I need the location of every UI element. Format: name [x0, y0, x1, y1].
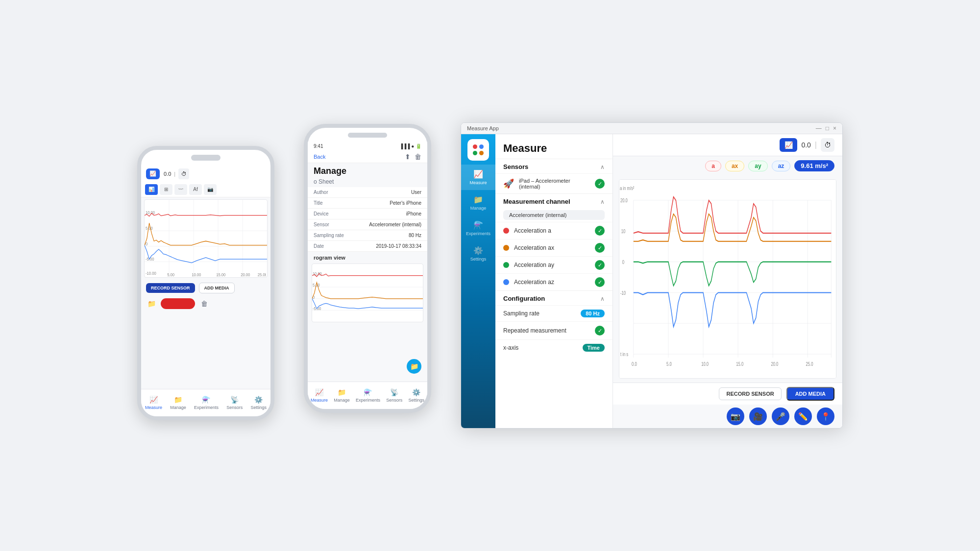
nav-settings-label: Settings — [250, 405, 267, 410]
info-label-author: Author — [314, 190, 328, 195]
config-row-xaxis: x-axis Time — [495, 339, 612, 356]
back-link[interactable]: Back — [314, 154, 325, 160]
window-controls: — □ × — [816, 125, 836, 132]
trash2-icon[interactable]: 🗑 — [415, 153, 421, 161]
ctrl-btn-camera[interactable]: 📷 — [204, 184, 217, 195]
info-row-title: Title Peter's iPhone — [308, 198, 427, 209]
logo-dot-green — [473, 151, 477, 155]
info-label-title: Title — [314, 200, 323, 206]
sidebar-item-measure[interactable]: 📈 Measure — [461, 165, 495, 190]
tab-ax[interactable]: ax — [725, 161, 744, 171]
svg-text:15.0: 15.0 — [736, 360, 743, 367]
nav-manage-label: Manage — [170, 405, 186, 410]
phone-mid-time: 9:41 — [314, 144, 323, 149]
sidebar-settings-label: Settings — [470, 257, 487, 262]
channel-check-a: ✓ — [595, 226, 605, 236]
svg-text:20.0: 20.0 — [620, 197, 628, 204]
mid-nav-sensors[interactable]: 📡 Sensors — [386, 388, 402, 403]
tab-a[interactable]: a — [705, 161, 721, 171]
sidebar-item-manage[interactable]: 📁 Manage — [461, 190, 495, 216]
nav-sensors[interactable]: 📡 Sensors — [226, 395, 243, 410]
svg-text:0.0: 0.0 — [632, 360, 637, 367]
nav-settings[interactable]: ⚙️ Settings — [250, 395, 267, 410]
desktop-record-sensor-btn[interactable]: RECORD SENSOR — [719, 387, 781, 400]
video-btn[interactable]: 🎥 — [749, 407, 767, 425]
sensors-chevron-icon: ∧ — [600, 164, 605, 170]
mid-nav-manage-label: Manage — [334, 398, 350, 403]
record-oval[interactable] — [161, 298, 195, 309]
record-sensor-btn[interactable]: RECORD SENSOR — [146, 283, 195, 293]
phone-mid-nav: 📈 Measure 📁 Manage ⚗️ Experiments 📡 Sens… — [308, 382, 427, 409]
desktop-chart: 20.0 10 0 -10 t in s 0.0 5.0 10.0 15.0 2… — [619, 179, 836, 379]
channel-tag: Accelerometer (internal) — [503, 210, 605, 220]
ctrl-btn-line[interactable]: 〰 — [174, 184, 187, 195]
maximize-btn[interactable]: □ — [826, 125, 829, 132]
config-badge-sampling: 80 Hz — [581, 310, 605, 317]
close-btn[interactable]: × — [833, 125, 836, 132]
nav-experiments[interactable]: ⚗️ Experiments — [194, 395, 219, 410]
svg-text:10.00: 10.00 — [192, 272, 201, 277]
config-section-title: Configuration — [503, 295, 545, 302]
phone-mid-topbar: Back ⬆ 🗑 — [308, 151, 427, 163]
info-sheet-subtitle: o Sheet — [308, 177, 427, 187]
phone-mid: 9:41 ▐▐▐ ● 🔋 Back ⬆ 🗑 Manage o Sheet Aut… — [304, 124, 431, 413]
tab-ay[interactable]: ay — [748, 161, 767, 171]
sensor-check: ✓ — [595, 179, 605, 189]
location-btn[interactable]: 📍 — [817, 407, 834, 425]
ctrl-btn-filter[interactable]: Af — [189, 184, 202, 195]
right-gauge-icon[interactable]: ⏱ — [821, 138, 834, 152]
svg-rect-26 — [619, 180, 836, 378]
channel-check-ay: ✓ — [595, 260, 605, 270]
svg-text:0: 0 — [622, 259, 624, 265]
info-row-date: Date 2019-10-17 08:33:34 — [308, 241, 427, 252]
tab-az[interactable]: az — [772, 161, 791, 171]
phone-mid-statusbar: 9:41 ▐▐▐ ● 🔋 — [308, 142, 427, 151]
nav-measure[interactable]: 📈 Measure — [145, 395, 162, 410]
mid-nav-experiments-label: Experiments — [356, 398, 380, 403]
nav-sensors-icon: 📡 — [229, 395, 240, 404]
ctrl-btn-graph[interactable]: 📊 — [145, 184, 158, 195]
nav-manage[interactable]: 📁 Manage — [170, 395, 186, 410]
channel-check-az: ✓ — [595, 277, 605, 287]
trash-icon[interactable]: 🗑 — [199, 298, 210, 309]
sidebar-item-settings[interactable]: ⚙️ Settings — [461, 241, 495, 266]
svg-text:t in s: t in s — [620, 351, 628, 358]
ctrl-btn-table[interactable]: ⊞ — [160, 184, 172, 195]
sensor-rocket-icon: 🚀 — [503, 178, 514, 189]
gauge-icon[interactable]: ⏱ — [178, 168, 189, 179]
svg-text:5.0: 5.0 — [666, 360, 672, 367]
desktop-add-media-btn[interactable]: ADD MEDIA — [786, 387, 834, 401]
share-icon[interactable]: ⬆ — [405, 153, 411, 161]
svg-text:25.0: 25.0 — [806, 360, 813, 367]
svg-text:5.00: 5.00 — [146, 226, 153, 230]
add-media-btn[interactable]: ADD MEDIA — [199, 283, 235, 293]
info-value-title: Peter's iPhone — [390, 200, 421, 206]
mid-nav-measure[interactable]: 📈 Measure — [311, 388, 328, 403]
sidebar-item-experiments[interactable]: ⚗️ Experiments — [461, 216, 495, 241]
minimize-btn[interactable]: — — [816, 125, 822, 132]
camera-btn[interactable]: 📷 — [727, 407, 744, 425]
nav-settings-icon: ⚙️ — [253, 395, 264, 404]
mid-nav-manage[interactable]: 📁 Manage — [334, 388, 350, 403]
window-body: 📈 Measure 📁 Manage ⚗️ Experiments ⚙️ Set… — [461, 134, 842, 428]
draw-btn[interactable]: ✏️ — [794, 407, 812, 425]
config-section-header: Configuration ∧ — [495, 290, 612, 305]
channel-section-header: Measurement channel ∧ — [495, 193, 612, 208]
phone-value: 0.0 — [164, 171, 171, 177]
phone-mid-fab[interactable]: 📁 — [407, 359, 421, 374]
diagram-title: rogram view — [308, 252, 427, 262]
mid-nav-settings[interactable]: ⚙️ Settings — [408, 388, 424, 403]
mid-nav-manage-icon: 📁 — [337, 388, 347, 397]
folder-icon[interactable]: 📁 — [146, 298, 157, 309]
mid-nav-sensors-icon: 📡 — [389, 388, 400, 397]
info-row-sampling: Sampling rate 80 Hz — [308, 230, 427, 241]
mic-btn[interactable]: 🎤 — [772, 407, 789, 425]
chart-icon[interactable]: 📈 — [146, 168, 160, 179]
phone-left-controls: 📊 ⊞ 〰 Af 📷 — [141, 182, 270, 197]
info-value-date: 2019-10-17 08:33:34 — [376, 243, 421, 249]
mid-nav-experiments[interactable]: ⚗️ Experiments — [356, 388, 380, 403]
desktop-bottom-actions: RECORD SENSOR ADD MEDIA — [613, 383, 842, 405]
config-chevron-icon: ∧ — [600, 295, 605, 302]
right-chart-icon[interactable]: 📈 — [780, 138, 797, 152]
phone-notch — [191, 155, 220, 161]
